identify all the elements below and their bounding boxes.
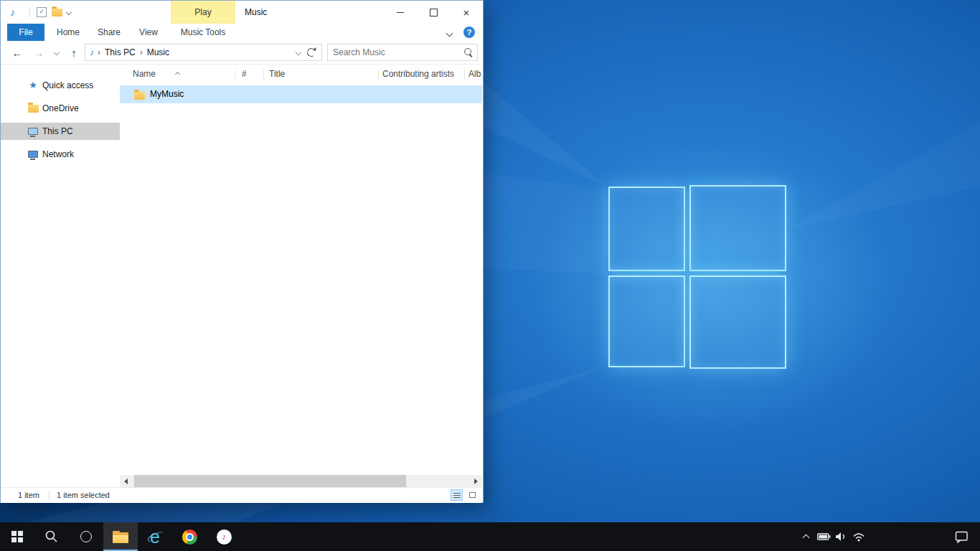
- column-number[interactable]: #: [242, 69, 247, 79]
- scroll-left-button[interactable]: [120, 475, 132, 487]
- sidebar-item-label: This PC: [42, 123, 73, 140]
- column-name[interactable]: Name: [133, 69, 156, 79]
- sidebar-item-onedrive[interactable]: OneDrive: [1, 100, 120, 117]
- taskbar-itunes-button[interactable]: ♪: [207, 522, 241, 551]
- taskbar-internet-explorer-button[interactable]: e: [138, 522, 172, 551]
- chevron-up-icon: [802, 534, 809, 542]
- breadcrumb-music[interactable]: Music: [143, 47, 174, 57]
- search-input[interactable]: [328, 44, 463, 60]
- sidebar-item-label: Network: [42, 146, 74, 163]
- up-button[interactable]: ↑: [65, 41, 83, 64]
- tab-share[interactable]: Share: [91, 24, 127, 41]
- navigation-pane: ★ Quick access OneDrive This PC Network: [1, 65, 120, 486]
- search-icon[interactable]: [464, 48, 471, 55]
- itunes-icon: ♪: [217, 529, 232, 545]
- battery-icon: [817, 533, 831, 540]
- title-bar: ♪ ✓ Play Music ×: [1, 1, 483, 24]
- tray-network-button[interactable]: [850, 522, 867, 551]
- forward-button[interactable]: →: [29, 41, 48, 64]
- tab-view[interactable]: View: [132, 24, 165, 41]
- refresh-button[interactable]: [306, 47, 316, 57]
- search-icon: [44, 529, 59, 544]
- help-button[interactable]: ?: [463, 27, 475, 38]
- explorer-window: ♪ ✓ Play Music × File Home Share View Mu…: [0, 0, 484, 503]
- ribbon-collapse-button[interactable]: [444, 29, 454, 37]
- chevron-down-icon: [54, 50, 60, 55]
- tab-music-tools[interactable]: Music Tools: [171, 24, 235, 41]
- ribbon-tab-bar: File Home Share View Music Tools ?: [1, 24, 483, 42]
- navigation-bar: ← → ↑ ♪ › This PC › Music: [1, 41, 483, 65]
- selection-count: 1 item selected: [57, 488, 110, 503]
- tray-volume-button[interactable]: [832, 522, 849, 551]
- location-music-icon: ♪: [90, 47, 94, 57]
- tray-show-hidden-icons-button[interactable]: [798, 522, 814, 551]
- column-separator[interactable]: [235, 70, 235, 80]
- qat-customize-button[interactable]: [65, 6, 73, 18]
- close-icon: ×: [463, 7, 470, 18]
- column-separator[interactable]: [378, 70, 379, 80]
- sort-ascending-icon: [176, 66, 179, 79]
- maximize-icon: [430, 9, 438, 17]
- horizontal-scrollbar[interactable]: [120, 475, 482, 487]
- taskbar-chrome-button[interactable]: [172, 522, 207, 551]
- comment-bubble-icon: [955, 531, 969, 543]
- column-separator[interactable]: [263, 70, 264, 80]
- star-icon: ★: [27, 80, 39, 91]
- scrollbar-thumb[interactable]: [134, 475, 406, 487]
- properties-icon: ✓: [37, 7, 47, 17]
- tab-file[interactable]: File: [7, 24, 44, 41]
- column-separator[interactable]: [464, 70, 465, 80]
- start-button[interactable]: [0, 522, 34, 551]
- tray-battery-button[interactable]: [815, 522, 832, 551]
- sidebar-item-network[interactable]: Network: [1, 146, 120, 163]
- file-explorer-icon: [113, 531, 128, 543]
- sidebar-item-label: Quick access: [42, 77, 93, 94]
- column-title[interactable]: Title: [269, 69, 285, 79]
- status-bar: 1 item 1 item selected: [1, 487, 482, 503]
- address-bar[interactable]: ♪ › This PC › Music: [85, 44, 322, 61]
- search-box: [327, 44, 478, 61]
- windows-start-icon: [11, 531, 23, 542]
- file-name: MyMusic: [150, 85, 184, 103]
- details-view-icon: [453, 493, 461, 498]
- taskbar-search-button[interactable]: [34, 522, 69, 551]
- tab-home[interactable]: Home: [51, 24, 85, 41]
- internet-explorer-icon: e: [150, 528, 160, 546]
- minimize-icon: [397, 12, 404, 13]
- recent-locations-button[interactable]: [51, 41, 62, 64]
- details-view-button[interactable]: [451, 489, 463, 501]
- scroll-right-button[interactable]: [470, 475, 482, 487]
- large-icons-view-icon: [469, 492, 476, 498]
- properties-qat-button[interactable]: ✓: [35, 6, 48, 18]
- chevron-down-icon: [66, 9, 72, 15]
- contextual-tab-play[interactable]: Play: [171, 1, 235, 24]
- large-icons-view-button[interactable]: [466, 489, 479, 501]
- minimize-button[interactable]: [384, 1, 417, 24]
- file-row-mymusic[interactable]: MyMusic: [120, 85, 482, 103]
- item-count: 1 item: [18, 488, 39, 503]
- taskbar-file-explorer-button[interactable]: [103, 522, 138, 551]
- speaker-icon: [834, 532, 847, 542]
- column-contributing-artists[interactable]: Contributing artists: [382, 69, 454, 79]
- window-controls: ×: [384, 1, 483, 24]
- breadcrumb-this-pc[interactable]: This PC: [100, 47, 140, 57]
- taskbar: e ♪: [0, 522, 980, 551]
- sidebar-item-this-pc[interactable]: This PC: [1, 123, 120, 140]
- address-dropdown-icon[interactable]: [295, 50, 301, 55]
- back-button[interactable]: ←: [8, 41, 27, 64]
- onedrive-folder-icon: [27, 103, 39, 114]
- cortana-button[interactable]: [69, 522, 103, 551]
- column-album[interactable]: Alb: [468, 69, 481, 79]
- triangle-right-icon: [474, 479, 478, 484]
- new-folder-qat-button[interactable]: [50, 6, 63, 18]
- music-note-icon: ♪: [10, 6, 15, 18]
- sidebar-item-quick-access[interactable]: ★ Quick access: [1, 77, 120, 94]
- new-folder-icon: [52, 9, 62, 17]
- windows-logo-pane: [689, 276, 786, 369]
- windows-logo-pane: [608, 276, 685, 367]
- maximize-button[interactable]: [417, 1, 450, 24]
- close-button[interactable]: ×: [450, 1, 483, 24]
- sidebar-item-label: OneDrive: [42, 100, 79, 117]
- action-center-button[interactable]: [951, 522, 971, 551]
- status-divider: [49, 491, 50, 500]
